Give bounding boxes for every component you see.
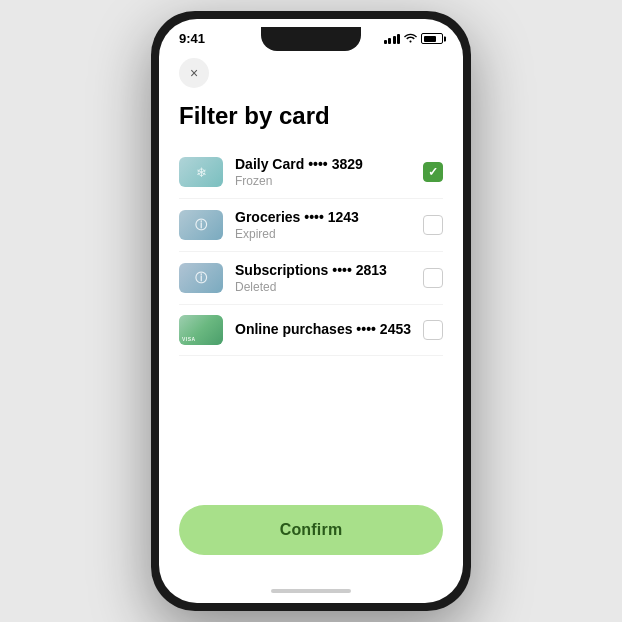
card-status: Deleted <box>235 280 423 294</box>
bottom-section: Confirm <box>179 489 443 579</box>
checkbox-subscriptions[interactable] <box>423 268 443 288</box>
card-name: Daily Card •••• 3829 <box>235 156 423 172</box>
status-time: 9:41 <box>179 31 205 46</box>
card-info: Groceries •••• 1243 Expired <box>235 209 423 241</box>
home-indicator <box>159 579 463 603</box>
wifi-icon <box>404 33 417 45</box>
confirm-button[interactable]: Confirm <box>179 505 443 555</box>
card-icon-deleted: ⓘ <box>179 263 223 293</box>
card-icon-expired: ⓘ <box>179 210 223 240</box>
phone-outer: 9:41 <box>0 0 622 622</box>
list-item[interactable]: ⓘ Groceries •••• 1243 Expired <box>179 199 443 252</box>
battery-icon <box>421 33 443 44</box>
checkbox-online-purchases[interactable] <box>423 320 443 340</box>
signal-bars-icon <box>384 34 401 44</box>
page-title: Filter by card <box>179 102 443 130</box>
card-name: Subscriptions •••• 2813 <box>235 262 423 278</box>
list-item[interactable]: VISA Online purchases •••• 2453 <box>179 305 443 356</box>
checkbox-daily-card[interactable] <box>423 162 443 182</box>
checkbox-groceries[interactable] <box>423 215 443 235</box>
close-icon: × <box>190 66 198 80</box>
list-item[interactable]: ⓘ Subscriptions •••• 2813 Deleted <box>179 252 443 305</box>
snowflake-icon: ❄ <box>196 165 207 180</box>
list-item[interactable]: ❄ Daily Card •••• 3829 Frozen <box>179 146 443 199</box>
phone-frame: 9:41 <box>151 11 471 611</box>
content-area: × Filter by card ❄ Daily Card •••• 3829 … <box>159 46 463 579</box>
close-button[interactable]: × <box>179 58 209 88</box>
card-list: ❄ Daily Card •••• 3829 Frozen ⓘ <box>179 146 443 489</box>
card-icon-frozen: ❄ <box>179 157 223 187</box>
info-icon: ⓘ <box>195 217 207 234</box>
card-status: Frozen <box>235 174 423 188</box>
card-icon-online: VISA <box>179 315 223 345</box>
notch <box>261 27 361 51</box>
card-status: Expired <box>235 227 423 241</box>
card-info: Online purchases •••• 2453 <box>235 321 423 339</box>
phone-screen: 9:41 <box>159 19 463 603</box>
home-bar <box>271 589 351 593</box>
card-info: Subscriptions •••• 2813 Deleted <box>235 262 423 294</box>
card-name: Online purchases •••• 2453 <box>235 321 423 337</box>
card-info: Daily Card •••• 3829 Frozen <box>235 156 423 188</box>
info-icon: ⓘ <box>195 270 207 287</box>
status-icons <box>384 33 444 45</box>
card-name: Groceries •••• 1243 <box>235 209 423 225</box>
card-image-online: VISA <box>179 315 223 345</box>
